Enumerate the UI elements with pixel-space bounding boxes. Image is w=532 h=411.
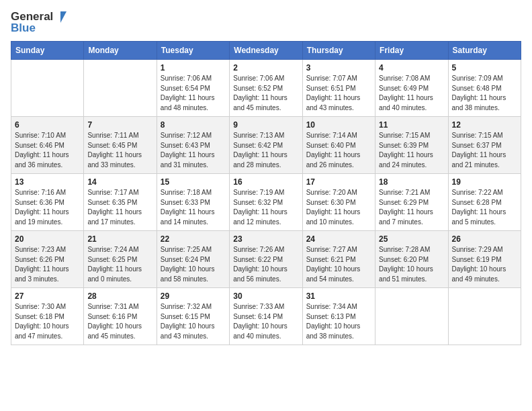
cell-content: Sunrise: 7:06 AM Sunset: 6:52 PM Dayligh… (233, 74, 298, 113)
logo: General Blue (11, 11, 66, 34)
cell-content: Sunrise: 7:22 AM Sunset: 6:28 PM Dayligh… (452, 188, 517, 227)
calendar-cell: 25Sunrise: 7:28 AM Sunset: 6:20 PM Dayli… (375, 231, 448, 288)
day-number: 17 (306, 177, 371, 187)
calendar-cell (84, 60, 157, 117)
cell-content: Sunrise: 7:15 AM Sunset: 6:39 PM Dayligh… (379, 131, 444, 170)
calendar-cell: 11Sunrise: 7:15 AM Sunset: 6:39 PM Dayli… (375, 117, 448, 174)
day-number: 5 (452, 63, 517, 73)
cell-content: Sunrise: 7:28 AM Sunset: 6:20 PM Dayligh… (379, 245, 444, 284)
header-day-tuesday: Tuesday (157, 42, 229, 60)
cell-content: Sunrise: 7:17 AM Sunset: 6:35 PM Dayligh… (87, 188, 152, 227)
calendar-cell: 19Sunrise: 7:22 AM Sunset: 6:28 PM Dayli… (448, 174, 521, 231)
cell-content: Sunrise: 7:30 AM Sunset: 6:18 PM Dayligh… (15, 302, 80, 341)
day-number: 2 (233, 63, 298, 73)
calendar-cell: 6Sunrise: 7:10 AM Sunset: 6:46 PM Daylig… (11, 117, 84, 174)
calendar-cell: 5Sunrise: 7:09 AM Sunset: 6:48 PM Daylig… (448, 60, 521, 117)
calendar-cell: 2Sunrise: 7:06 AM Sunset: 6:52 PM Daylig… (230, 60, 302, 117)
cell-content: Sunrise: 7:31 AM Sunset: 6:16 PM Dayligh… (87, 302, 152, 341)
cell-content: Sunrise: 7:27 AM Sunset: 6:21 PM Dayligh… (306, 245, 371, 284)
calendar-cell: 23Sunrise: 7:26 AM Sunset: 6:22 PM Dayli… (230, 231, 302, 288)
day-number: 22 (161, 234, 226, 244)
day-number: 27 (15, 291, 80, 301)
day-number: 10 (306, 120, 371, 130)
svg-marker-0 (60, 11, 66, 23)
cell-content: Sunrise: 7:21 AM Sunset: 6:29 PM Dayligh… (379, 188, 444, 227)
cell-content: Sunrise: 7:15 AM Sunset: 6:37 PM Dayligh… (452, 131, 517, 170)
cell-content: Sunrise: 7:19 AM Sunset: 6:32 PM Dayligh… (233, 188, 298, 227)
day-number: 16 (233, 177, 298, 187)
logo-flag-icon (54, 11, 66, 23)
header-day-saturday: Saturday (448, 42, 521, 60)
calendar-cell: 31Sunrise: 7:34 AM Sunset: 6:13 PM Dayli… (302, 288, 375, 345)
cell-content: Sunrise: 7:11 AM Sunset: 6:45 PM Dayligh… (87, 131, 152, 170)
calendar-table: SundayMondayTuesdayWednesdayThursdayFrid… (11, 41, 521, 345)
day-number: 28 (87, 291, 152, 301)
calendar-cell: 8Sunrise: 7:12 AM Sunset: 6:43 PM Daylig… (157, 117, 229, 174)
cell-content: Sunrise: 7:06 AM Sunset: 6:54 PM Dayligh… (161, 74, 226, 113)
cell-content: Sunrise: 7:29 AM Sunset: 6:19 PM Dayligh… (452, 245, 517, 284)
calendar-week-1: 1Sunrise: 7:06 AM Sunset: 6:54 PM Daylig… (11, 60, 521, 117)
calendar-cell: 20Sunrise: 7:23 AM Sunset: 6:26 PM Dayli… (11, 231, 84, 288)
calendar-cell: 14Sunrise: 7:17 AM Sunset: 6:35 PM Dayli… (84, 174, 157, 231)
cell-content: Sunrise: 7:26 AM Sunset: 6:22 PM Dayligh… (233, 245, 298, 284)
cell-content: Sunrise: 7:33 AM Sunset: 6:14 PM Dayligh… (233, 302, 298, 341)
cell-content: Sunrise: 7:24 AM Sunset: 6:25 PM Dayligh… (87, 245, 152, 284)
day-number: 3 (306, 63, 371, 73)
header-day-thursday: Thursday (302, 42, 375, 60)
cell-content: Sunrise: 7:32 AM Sunset: 6:15 PM Dayligh… (161, 302, 226, 341)
header-day-sunday: Sunday (11, 42, 84, 60)
cell-content: Sunrise: 7:23 AM Sunset: 6:26 PM Dayligh… (15, 245, 80, 284)
calendar-cell (375, 288, 448, 345)
cell-content: Sunrise: 7:34 AM Sunset: 6:13 PM Dayligh… (306, 302, 371, 341)
calendar-cell: 3Sunrise: 7:07 AM Sunset: 6:51 PM Daylig… (302, 60, 375, 117)
day-number: 19 (452, 177, 517, 187)
calendar-week-3: 13Sunrise: 7:16 AM Sunset: 6:36 PM Dayli… (11, 174, 521, 231)
cell-content: Sunrise: 7:09 AM Sunset: 6:48 PM Dayligh… (452, 74, 517, 113)
cell-content: Sunrise: 7:08 AM Sunset: 6:49 PM Dayligh… (379, 74, 444, 113)
cell-content: Sunrise: 7:25 AM Sunset: 6:24 PM Dayligh… (161, 245, 226, 284)
cell-content: Sunrise: 7:18 AM Sunset: 6:33 PM Dayligh… (161, 188, 226, 227)
day-number: 18 (379, 177, 444, 187)
calendar-header-row: SundayMondayTuesdayWednesdayThursdayFrid… (11, 42, 521, 60)
calendar-cell: 15Sunrise: 7:18 AM Sunset: 6:33 PM Dayli… (157, 174, 229, 231)
cell-content: Sunrise: 7:10 AM Sunset: 6:46 PM Dayligh… (15, 131, 80, 170)
calendar-body: 1Sunrise: 7:06 AM Sunset: 6:54 PM Daylig… (11, 60, 521, 345)
day-number: 30 (233, 291, 298, 301)
cell-content: Sunrise: 7:16 AM Sunset: 6:36 PM Dayligh… (15, 188, 80, 227)
day-number: 6 (15, 120, 80, 130)
calendar-cell: 26Sunrise: 7:29 AM Sunset: 6:19 PM Dayli… (448, 231, 521, 288)
calendar-cell: 4Sunrise: 7:08 AM Sunset: 6:49 PM Daylig… (375, 60, 448, 117)
header-day-friday: Friday (375, 42, 448, 60)
calendar-cell: 12Sunrise: 7:15 AM Sunset: 6:37 PM Dayli… (448, 117, 521, 174)
day-number: 4 (379, 63, 444, 73)
calendar-cell: 9Sunrise: 7:13 AM Sunset: 6:42 PM Daylig… (230, 117, 302, 174)
calendar-cell: 24Sunrise: 7:27 AM Sunset: 6:21 PM Dayli… (302, 231, 375, 288)
day-number: 21 (87, 234, 152, 244)
calendar-cell: 10Sunrise: 7:14 AM Sunset: 6:40 PM Dayli… (302, 117, 375, 174)
header-day-wednesday: Wednesday (230, 42, 302, 60)
day-number: 14 (87, 177, 152, 187)
logo-blue: Blue (11, 22, 66, 35)
cell-content: Sunrise: 7:07 AM Sunset: 6:51 PM Dayligh… (306, 74, 371, 113)
calendar-cell: 18Sunrise: 7:21 AM Sunset: 6:29 PM Dayli… (375, 174, 448, 231)
calendar-cell: 17Sunrise: 7:20 AM Sunset: 6:30 PM Dayli… (302, 174, 375, 231)
cell-content: Sunrise: 7:13 AM Sunset: 6:42 PM Dayligh… (233, 131, 298, 170)
calendar-cell: 16Sunrise: 7:19 AM Sunset: 6:32 PM Dayli… (230, 174, 302, 231)
day-number: 20 (15, 234, 80, 244)
day-number: 23 (233, 234, 298, 244)
calendar-cell: 21Sunrise: 7:24 AM Sunset: 6:25 PM Dayli… (84, 231, 157, 288)
header-day-monday: Monday (84, 42, 157, 60)
calendar-cell (448, 288, 521, 345)
day-number: 26 (452, 234, 517, 244)
day-number: 1 (161, 63, 226, 73)
calendar-week-5: 27Sunrise: 7:30 AM Sunset: 6:18 PM Dayli… (11, 288, 521, 345)
cell-content: Sunrise: 7:14 AM Sunset: 6:40 PM Dayligh… (306, 131, 371, 170)
day-number: 29 (161, 291, 226, 301)
page-header: General Blue (11, 11, 521, 34)
day-number: 8 (161, 120, 226, 130)
calendar-cell: 22Sunrise: 7:25 AM Sunset: 6:24 PM Dayli… (157, 231, 229, 288)
logo-wordmark: General Blue (11, 11, 66, 34)
calendar-cell: 30Sunrise: 7:33 AM Sunset: 6:14 PM Dayli… (230, 288, 302, 345)
cell-content: Sunrise: 7:20 AM Sunset: 6:30 PM Dayligh… (306, 188, 371, 227)
calendar-cell (11, 60, 84, 117)
